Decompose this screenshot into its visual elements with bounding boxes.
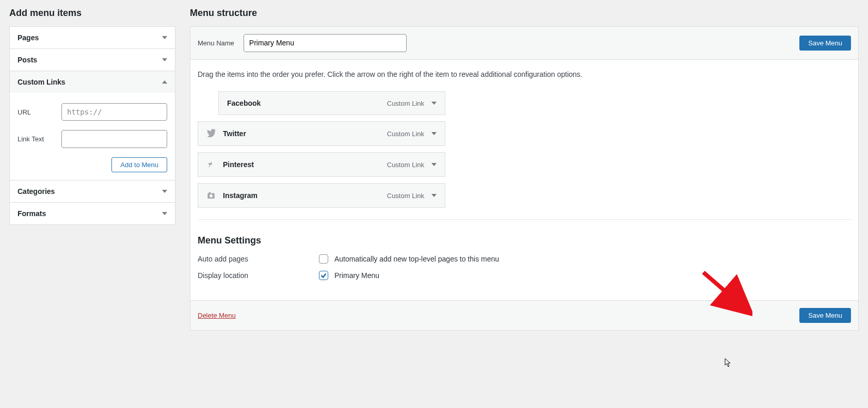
link-text-label: Link Text (18, 135, 61, 143)
instructions-text: Drag the items into the order you prefer… (198, 70, 851, 78)
panel-custom-links[interactable]: Custom Links URL Link Text Add to Menu (9, 71, 175, 181)
chevron-down-icon (162, 212, 167, 215)
panel-formats[interactable]: Formats (9, 202, 175, 225)
chevron-down-icon[interactable] (431, 194, 437, 197)
panel-custom-links-label: Custom Links (18, 78, 66, 86)
panel-pages-label: Pages (18, 34, 39, 42)
svg-point-1 (210, 194, 213, 198)
menu-body: Drag the items into the order you prefer… (190, 60, 858, 300)
display-location-checkbox[interactable] (319, 271, 328, 280)
menu-item-type: Custom Link (387, 130, 424, 138)
menu-item-twitter[interactable]: Twitter Custom Link (198, 121, 445, 146)
twitter-icon (206, 129, 216, 138)
link-text-input[interactable] (61, 130, 167, 148)
camera-icon (206, 191, 216, 200)
url-label: URL (18, 108, 61, 116)
url-input[interactable] (61, 103, 167, 121)
add-to-menu-button[interactable]: Add to Menu (111, 157, 167, 172)
menu-item-instagram[interactable]: Instagram Custom Link (198, 183, 445, 208)
chevron-down-icon (162, 36, 167, 39)
menu-structure-heading: Menu structure (190, 8, 859, 19)
save-menu-button-top[interactable]: Save Menu (799, 36, 851, 51)
menu-item-type: Custom Link (387, 192, 424, 200)
add-menu-items-heading: Add menu items (9, 8, 175, 19)
menu-settings-heading: Menu Settings (198, 235, 851, 246)
panel-pages[interactable]: Pages (9, 26, 175, 49)
delete-menu-link[interactable]: Delete Menu (198, 312, 236, 319)
menu-item-type: Custom Link (387, 161, 424, 169)
menu-item-label: Pinterest (223, 160, 254, 169)
display-location-label: Display location (198, 271, 319, 280)
panel-posts[interactable]: Posts (9, 48, 175, 71)
auto-add-pages-checkbox[interactable] (319, 254, 328, 264)
chevron-down-icon[interactable] (431, 102, 437, 105)
menu-item-pinterest[interactable]: Pinterest Custom Link (198, 152, 445, 177)
menu-name-input[interactable] (244, 34, 407, 52)
display-location-option: Primary Menu (334, 271, 379, 280)
pin-icon (206, 160, 216, 169)
menu-name-label: Menu Name (198, 39, 234, 47)
menu-item-type: Custom Link (387, 100, 424, 107)
menu-box-footer: Delete Menu Save Menu (190, 300, 858, 330)
panel-custom-links-body: URL Link Text Add to Menu (10, 93, 175, 180)
auto-add-pages-option: Automatically add new top-level pages to… (334, 255, 499, 263)
panel-categories[interactable]: Categories (9, 180, 175, 203)
chevron-down-icon[interactable] (431, 163, 437, 166)
menu-item-facebook[interactable]: Facebook Custom Link (218, 91, 445, 115)
menu-item-label: Instagram (223, 191, 258, 200)
menu-item-label: Twitter (223, 129, 246, 138)
svg-rect-2 (209, 192, 211, 193)
menu-box-header: Menu Name Save Menu (190, 27, 858, 60)
panel-categories-label: Categories (18, 187, 55, 195)
chevron-down-icon (162, 190, 167, 193)
save-menu-button-bottom[interactable]: Save Menu (799, 308, 851, 323)
chevron-down-icon (162, 58, 167, 61)
panel-posts-label: Posts (18, 56, 37, 64)
panel-formats-label: Formats (18, 209, 46, 218)
auto-add-pages-label: Auto add pages (198, 255, 319, 263)
chevron-up-icon (162, 80, 167, 84)
menu-item-label: Facebook (227, 99, 261, 107)
chevron-down-icon[interactable] (431, 132, 437, 135)
